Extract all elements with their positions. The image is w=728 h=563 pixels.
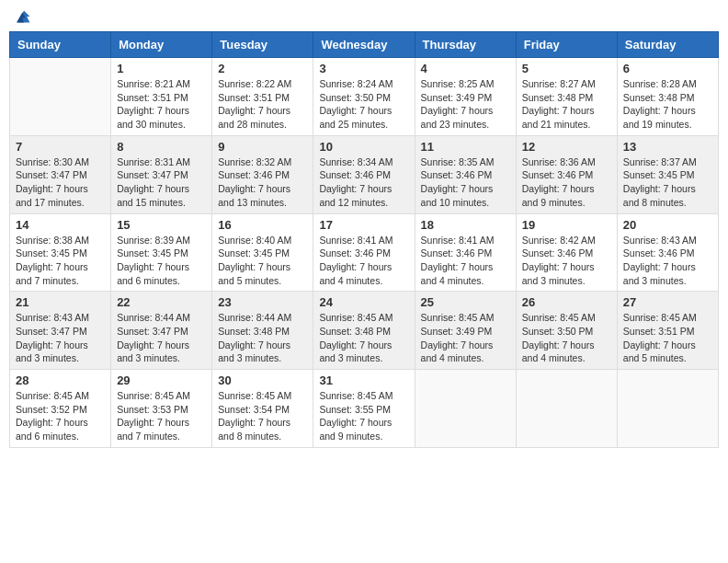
calendar-week-4: 21 Sunrise: 8:43 AMSunset: 3:47 PMDaylig… [10,292,719,370]
calendar-day: 21 Sunrise: 8:43 AMSunset: 3:47 PMDaylig… [10,292,111,370]
calendar-day: 17 Sunrise: 8:41 AMSunset: 3:46 PMDaylig… [313,213,415,292]
day-info: Sunrise: 8:44 AMSunset: 3:48 PMDaylight:… [218,311,307,365]
day-number: 15 [117,218,206,232]
day-number: 14 [16,218,105,232]
calendar-day: 22 Sunrise: 8:44 AMSunset: 3:47 PMDaylig… [111,292,212,370]
day-info: Sunrise: 8:31 AMSunset: 3:47 PMDaylight:… [117,155,206,210]
calendar-day [10,58,111,136]
calendar-day: 11 Sunrise: 8:35 AMSunset: 3:46 PMDaylig… [415,135,516,213]
calendar-day: 3 Sunrise: 8:24 AMSunset: 3:50 PMDayligh… [313,58,415,136]
calendar-day: 29 Sunrise: 8:45 AMSunset: 3:53 PMDaylig… [111,370,212,448]
day-number: 20 [623,218,712,232]
day-number: 18 [421,218,510,232]
day-number: 13 [623,140,712,154]
day-number: 10 [319,140,408,154]
calendar-day: 14 Sunrise: 8:38 AMSunset: 3:45 PMDaylig… [10,213,111,292]
day-info: Sunrise: 8:35 AMSunset: 3:46 PMDaylight:… [421,155,510,210]
calendar-day: 2 Sunrise: 8:22 AMSunset: 3:51 PMDayligh… [212,58,313,136]
day-info: Sunrise: 8:24 AMSunset: 3:50 PMDaylight:… [319,77,408,132]
day-number: 21 [16,295,105,309]
day-header-wednesday: Wednesday [313,32,415,58]
calendar-day: 24 Sunrise: 8:45 AMSunset: 3:48 PMDaylig… [313,292,415,370]
day-header-tuesday: Tuesday [212,32,313,58]
calendar-day: 13 Sunrise: 8:37 AMSunset: 3:45 PMDaylig… [617,135,718,213]
calendar-header-row: SundayMondayTuesdayWednesdayThursdayFrid… [10,32,719,58]
calendar-day [516,370,617,448]
day-info: Sunrise: 8:45 AMSunset: 3:49 PMDaylight:… [421,311,510,365]
calendar-day: 6 Sunrise: 8:28 AMSunset: 3:48 PMDayligh… [617,58,718,136]
day-number: 24 [319,295,408,309]
calendar-day: 30 Sunrise: 8:45 AMSunset: 3:54 PMDaylig… [212,370,313,448]
day-number: 6 [623,62,712,75]
day-info: Sunrise: 8:37 AMSunset: 3:45 PMDaylight:… [623,155,712,210]
day-info: Sunrise: 8:27 AMSunset: 3:48 PMDaylight:… [522,77,611,132]
day-info: Sunrise: 8:44 AMSunset: 3:47 PMDaylight:… [117,311,206,365]
day-header-saturday: Saturday [617,32,718,58]
calendar-day: 5 Sunrise: 8:27 AMSunset: 3:48 PMDayligh… [516,58,617,136]
day-number: 9 [218,140,307,154]
calendar-day: 15 Sunrise: 8:39 AMSunset: 3:45 PMDaylig… [111,213,212,292]
page-header [9,9,719,24]
calendar-day: 26 Sunrise: 8:45 AMSunset: 3:50 PMDaylig… [516,292,617,370]
day-info: Sunrise: 8:45 AMSunset: 3:54 PMDaylight:… [218,389,307,443]
day-info: Sunrise: 8:45 AMSunset: 3:52 PMDaylight:… [16,389,105,443]
logo [13,9,33,24]
day-number: 3 [319,62,408,75]
calendar-week-1: 1 Sunrise: 8:21 AMSunset: 3:51 PMDayligh… [10,58,719,136]
calendar-day: 12 Sunrise: 8:36 AMSunset: 3:46 PMDaylig… [516,135,617,213]
day-number: 17 [319,218,408,232]
day-number: 31 [319,373,408,387]
day-number: 30 [218,373,307,387]
day-info: Sunrise: 8:42 AMSunset: 3:46 PMDaylight:… [522,234,611,288]
calendar-day: 7 Sunrise: 8:30 AMSunset: 3:47 PMDayligh… [10,135,111,213]
calendar-day [415,370,516,448]
day-info: Sunrise: 8:43 AMSunset: 3:47 PMDaylight:… [16,311,105,365]
day-info: Sunrise: 8:41 AMSunset: 3:46 PMDaylight:… [421,234,510,288]
day-info: Sunrise: 8:43 AMSunset: 3:46 PMDaylight:… [623,234,712,288]
day-header-monday: Monday [111,32,212,58]
day-info: Sunrise: 8:40 AMSunset: 3:45 PMDaylight:… [218,234,307,288]
day-info: Sunrise: 8:22 AMSunset: 3:51 PMDaylight:… [218,77,307,132]
calendar-day: 1 Sunrise: 8:21 AMSunset: 3:51 PMDayligh… [111,58,212,136]
day-header-sunday: Sunday [10,32,111,58]
calendar-day: 16 Sunrise: 8:40 AMSunset: 3:45 PMDaylig… [212,213,313,292]
day-number: 11 [421,140,510,154]
day-number: 8 [117,140,206,154]
calendar-day: 27 Sunrise: 8:45 AMSunset: 3:51 PMDaylig… [617,292,718,370]
logo-icon [15,9,33,24]
day-number: 25 [421,295,510,309]
calendar-day: 4 Sunrise: 8:25 AMSunset: 3:49 PMDayligh… [415,58,516,136]
calendar-week-5: 28 Sunrise: 8:45 AMSunset: 3:52 PMDaylig… [10,370,719,448]
day-number: 27 [623,295,712,309]
calendar-day: 9 Sunrise: 8:32 AMSunset: 3:46 PMDayligh… [212,135,313,213]
day-number: 29 [117,373,206,387]
day-number: 19 [522,218,611,232]
day-info: Sunrise: 8:28 AMSunset: 3:48 PMDaylight:… [623,77,712,132]
day-info: Sunrise: 8:45 AMSunset: 3:51 PMDaylight:… [623,311,712,365]
day-header-thursday: Thursday [415,32,516,58]
day-number: 7 [16,140,105,154]
calendar-table: SundayMondayTuesdayWednesdayThursdayFrid… [9,31,719,448]
day-info: Sunrise: 8:32 AMSunset: 3:46 PMDaylight:… [218,155,307,210]
day-number: 16 [218,218,307,232]
day-info: Sunrise: 8:45 AMSunset: 3:50 PMDaylight:… [522,311,611,365]
day-number: 26 [522,295,611,309]
day-header-friday: Friday [516,32,617,58]
calendar-day: 20 Sunrise: 8:43 AMSunset: 3:46 PMDaylig… [617,213,718,292]
calendar-day: 28 Sunrise: 8:45 AMSunset: 3:52 PMDaylig… [10,370,111,448]
day-number: 5 [522,62,611,75]
calendar-day: 25 Sunrise: 8:45 AMSunset: 3:49 PMDaylig… [415,292,516,370]
day-number: 28 [16,373,105,387]
day-info: Sunrise: 8:39 AMSunset: 3:45 PMDaylight:… [117,234,206,288]
calendar-day: 18 Sunrise: 8:41 AMSunset: 3:46 PMDaylig… [415,213,516,292]
day-info: Sunrise: 8:41 AMSunset: 3:46 PMDaylight:… [319,234,408,288]
day-number: 22 [117,295,206,309]
day-number: 4 [421,62,510,75]
day-info: Sunrise: 8:30 AMSunset: 3:47 PMDaylight:… [16,155,105,210]
day-info: Sunrise: 8:25 AMSunset: 3:49 PMDaylight:… [421,77,510,132]
calendar-day [617,370,718,448]
calendar-day: 10 Sunrise: 8:34 AMSunset: 3:46 PMDaylig… [313,135,415,213]
day-number: 2 [218,62,307,75]
day-number: 12 [522,140,611,154]
day-number: 1 [117,62,206,75]
